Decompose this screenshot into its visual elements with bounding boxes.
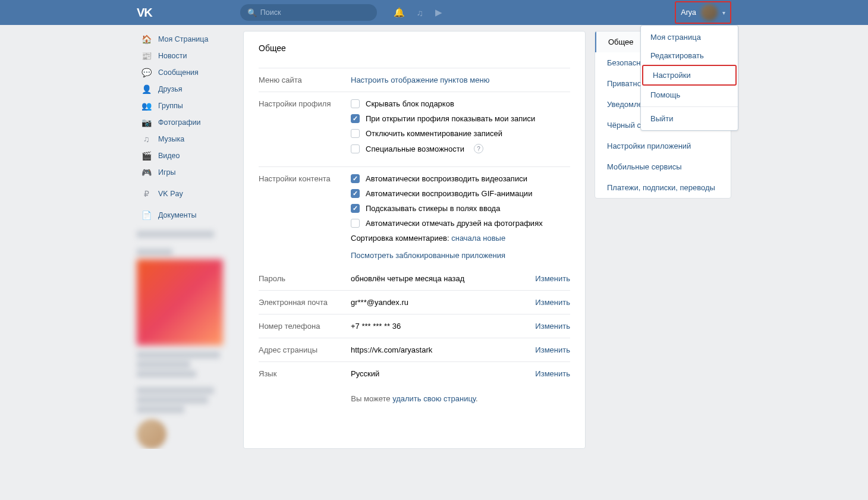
page-title: Общее [259,43,570,53]
settings-nav-item[interactable]: Настройки приложений [595,136,731,156]
nav-icon: 🎬 [140,151,152,161]
info-label: Номер телефона [259,322,351,331]
info-label: Пароль [259,274,351,283]
nav-item[interactable]: 👤Друзья [137,81,234,98]
nav-item[interactable]: 👥Группы [137,98,234,114]
info-row: Адрес страницы https://vk.com/aryastark … [259,338,570,361]
nav-item[interactable]: 🏠Моя Страница [137,31,234,48]
checkbox[interactable] [351,114,360,123]
video-icon[interactable]: ▶ [435,7,442,18]
section-label: Настройки контента [259,174,351,260]
notifications-icon[interactable]: 🔔 [394,7,405,18]
nav-label: Музыка [158,135,184,143]
nav-item[interactable]: ♫Музыка [137,131,234,147]
profile-dropdown: Моя страницаРедактироватьНастройкиПомощь… [640,25,738,131]
chevron-down-icon: ▾ [722,10,725,16]
info-row: Электронная почта gr***@yandex.ru Измени… [259,290,570,314]
main-content: Общее Меню сайта Настроить отображение п… [243,31,586,449]
info-value: +7 *** *** ** 36 [351,322,535,331]
dropdown-divider [641,106,738,107]
dropdown-item[interactable]: Моя страница [641,28,738,46]
sort-label: Сортировка комментариев: [351,234,451,243]
nav-vkpay[interactable]: ₽ VK Pay [137,185,234,202]
dropdown-item[interactable]: Выйти [641,109,738,128]
top-header: VK 🔍 🔔 ♫ ▶ Arya ▾ [0,0,868,25]
nav-icon: 🎮 [140,168,152,177]
change-link[interactable]: Изменить [535,369,570,378]
info-label: Адрес страницы [259,345,351,354]
checkbox[interactable] [351,144,360,153]
settings-nav-item[interactable]: Мобильные сервисы [595,156,731,177]
nav-item[interactable]: 📷Фотографии [137,114,234,131]
nav-label: Фотографии [158,118,200,127]
search-box[interactable]: 🔍 [240,4,377,21]
nav-icon: 📷 [140,118,152,127]
checkbox-label: Специальные возможности [366,144,464,153]
change-link[interactable]: Изменить [535,345,570,354]
person-thumbnail[interactable] [137,419,166,449]
music-icon[interactable]: ♫ [417,8,423,18]
change-link[interactable]: Изменить [535,298,570,307]
nav-label: VK Pay [158,190,183,198]
nav-item[interactable]: 💬Сообщения [137,64,234,81]
checkbox[interactable] [351,204,360,213]
dropdown-item[interactable]: Редактировать [641,46,738,65]
left-sidebar: 🏠Моя Страница📰Новости💬Сообщения👤Друзья👥Г… [137,31,234,449]
info-label: Язык [259,369,351,378]
section-label: Настройки профиля [259,99,351,159]
change-link[interactable]: Изменить [535,322,570,331]
profile-menu-trigger[interactable]: Arya ▾ [675,1,731,24]
checkbox[interactable] [351,189,360,198]
nav-label: Документы [158,211,196,219]
nav-icon: 📰 [140,51,152,61]
checkbox-row: Автоматически воспроизводить видеозаписи [351,174,570,183]
info-value: обновлён четыре месяца назад [351,274,535,283]
username-label: Arya [681,8,696,17]
nav-icon: 💬 [140,68,152,77]
checkbox[interactable] [351,129,360,138]
right-sidebar: ОбщееБезопасностьПриватностьУведомленияЧ… [595,31,731,449]
delete-page-footer: Вы можете удалить свою страницу. [259,385,570,406]
nav-label: Группы [158,102,183,110]
help-icon[interactable]: ? [474,144,483,153]
sort-value-link[interactable]: сначала новые [451,234,505,243]
checkbox-label: Автоматически воспроизводить GIF-анимаци… [366,189,532,198]
nav-label: Игры [158,168,175,177]
checkbox-label: Отключить комментирование записей [366,129,502,138]
nav-label: Видео [158,152,180,160]
dropdown-item[interactable]: Настройки [642,65,737,86]
nav-item[interactable]: 📰Новости [137,48,234,64]
menu-config-link[interactable]: Настроить отображение пунктов меню [351,76,489,84]
info-value: Русский [351,369,535,378]
nav-label: Друзья [158,85,183,93]
settings-nav-item[interactable]: Платежи, подписки, переводы [595,177,731,198]
nav-icon: 👥 [140,101,152,111]
checkbox-row: Скрывать блок подарков [351,99,570,108]
vk-logo[interactable]: VK [137,6,152,20]
nav-item[interactable]: 🎮Игры [137,164,234,181]
documents-icon: 📄 [140,210,152,220]
nav-documents[interactable]: 📄 Документы [137,207,234,224]
checkbox[interactable] [351,99,360,108]
checkbox-row: Автоматически воспроизводить GIF-анимаци… [351,189,570,198]
dropdown-item[interactable]: Помощь [641,86,738,104]
checkbox-label: Скрывать блок подарков [366,99,454,108]
change-link[interactable]: Изменить [535,274,570,283]
search-input[interactable] [260,8,370,17]
checkbox-label: Автоматически отмечать друзей на фотогра… [366,219,543,228]
info-row: Пароль обновлён четыре месяца назад Изме… [259,267,570,290]
blocked-apps-link[interactable]: Посмотреть заблокированные приложения [351,251,505,260]
checkbox-label: При открытии профиля показывать мои запи… [366,114,535,123]
delete-page-link[interactable]: удалить свою страницу [392,394,476,403]
info-label: Электронная почта [259,298,351,307]
nav-item[interactable]: 🎬Видео [137,147,234,164]
blurred-content [137,231,234,256]
checkbox-label: Подсказывать стикеры в полях ввода [366,204,500,213]
checkbox[interactable] [351,174,360,183]
info-value: https://vk.com/aryastark [351,345,535,354]
nav-icon: 🏠 [140,34,152,44]
checkbox[interactable] [351,219,360,228]
checkbox-label: Автоматически воспроизводить видеозаписи [366,174,527,183]
info-value: gr***@yandex.ru [351,298,535,307]
album-thumbnail[interactable] [137,259,223,345]
